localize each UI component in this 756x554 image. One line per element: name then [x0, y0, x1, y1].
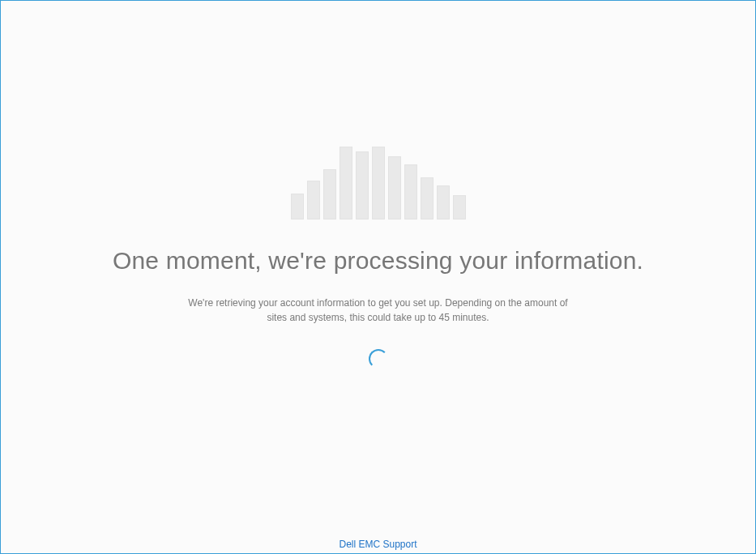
- graphic-bar: [437, 185, 450, 219]
- graphic-bar: [291, 194, 304, 219]
- support-link[interactable]: Dell EMC Support: [339, 539, 416, 550]
- graphic-bar: [388, 156, 401, 219]
- graphic-bar: [307, 181, 320, 219]
- graphic-bar: [340, 147, 352, 219]
- app-frame: One moment, we're processing your inform…: [0, 0, 756, 554]
- graphic-bar: [372, 147, 385, 219]
- loading-subtext-line1: We're retrieving your account informatio…: [188, 296, 567, 310]
- graphic-bar: [356, 151, 369, 219]
- graphic-bar: [404, 164, 417, 219]
- footer: Dell EMC Support: [1, 531, 755, 553]
- loading-subtext: We're retrieving your account informatio…: [188, 296, 567, 325]
- loading-heading: One moment, we're processing your inform…: [113, 247, 643, 275]
- graphic-bar: [323, 169, 336, 219]
- loading-panel: One moment, we're processing your inform…: [1, 1, 755, 531]
- graphic-bar: [453, 195, 466, 219]
- cloud-bars-graphic: [291, 147, 466, 219]
- loading-subtext-line2: sites and systems, this could take up to…: [188, 310, 567, 325]
- spinner-icon: [369, 349, 388, 369]
- graphic-bar: [421, 177, 434, 219]
